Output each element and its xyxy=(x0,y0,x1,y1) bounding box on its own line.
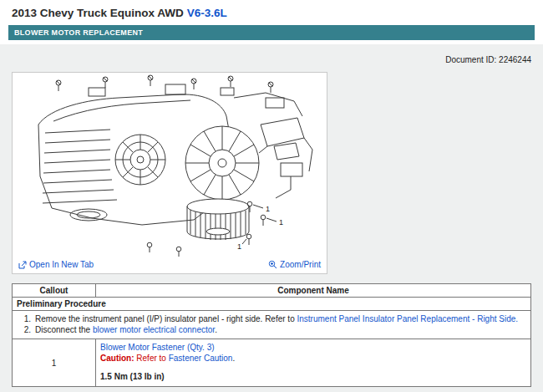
callout-number-cell: 1 xyxy=(13,339,96,387)
preliminary-procedure-title: Preliminary Procedure xyxy=(13,298,531,311)
step-number: 2. xyxy=(19,324,31,335)
document-id: Document ID: 2246244 xyxy=(0,44,543,72)
components-table: Callout Component Name Preliminary Proce… xyxy=(12,283,531,387)
blower-motor-fastener-link[interactable]: Blower Motor Fastener (Qty. 3) xyxy=(100,343,215,352)
component-column-header: Component Name xyxy=(96,284,531,298)
blower-motor-housing xyxy=(185,126,259,200)
component-row: 1 Blower Motor Fastener (Qty. 3) Caution… xyxy=(13,339,531,387)
caution-refer-text: Refer to xyxy=(134,354,169,363)
page-title: 2013 Chevy Truck Equinox AWDV6-3.6L xyxy=(12,7,531,19)
zoom-print-link[interactable]: Zoom/Print xyxy=(268,260,321,269)
preliminary-step-1: 1. Remove the instrument panel (I/P) ins… xyxy=(19,313,527,324)
figure-panel: 1 1 1 Open In New Tab Zoom/P xyxy=(12,72,327,274)
caution-label: Caution: xyxy=(100,354,134,363)
callout-label: 1 xyxy=(266,205,270,213)
table-header-row: Callout Component Name xyxy=(13,284,531,298)
step-text: Disconnect the blower motor electrical c… xyxy=(35,324,217,335)
service-manual-page: 2013 Chevy Truck Equinox AWDV6-3.6L BLOW… xyxy=(0,0,543,387)
open-in-new-tab-label: Open In New Tab xyxy=(29,260,94,269)
housing-ribs xyxy=(43,130,117,203)
engine-label: V6-3.6L xyxy=(187,7,227,19)
housing-dome xyxy=(115,135,165,185)
figure-footer: Open In New Tab Zoom/Print xyxy=(13,258,327,273)
blower-motor-connector-link[interactable]: blower motor electrical connector xyxy=(93,325,215,334)
step-text-suffix: . xyxy=(215,325,217,334)
magnifier-icon xyxy=(268,260,277,269)
step-text-body: Remove the instrument panel (I/P) insula… xyxy=(35,314,297,323)
page-header: 2013 Chevy Truck Equinox AWDV6-3.6L BLOW… xyxy=(0,0,543,44)
open-in-new-tab-icon xyxy=(18,261,27,269)
step-number: 1. xyxy=(19,313,31,324)
callout-label: 1 xyxy=(237,242,241,251)
callout-label: 1 xyxy=(279,218,283,227)
open-in-new-tab-link[interactable]: Open In New Tab xyxy=(18,260,94,269)
caution-period: . xyxy=(232,354,235,363)
blower-motor-diagram: 1 1 1 xyxy=(13,73,327,258)
torque-spec: 1.5 Nm (13 lb in) xyxy=(100,371,526,382)
component-name-cell: Blower Motor Fastener (Qty. 3) Caution: … xyxy=(96,339,531,387)
step-text: Remove the instrument panel (I/P) insula… xyxy=(35,313,518,324)
step-text-body: Disconnect the xyxy=(35,325,93,334)
vehicle-title: 2013 Chevy Truck Equinox AWD xyxy=(12,7,184,19)
preliminary-step-2: 2. Disconnect the blower motor electrica… xyxy=(19,324,527,335)
preliminary-steps-row: 1. Remove the instrument panel (I/P) ins… xyxy=(13,311,531,339)
ip-insulator-panel-link[interactable]: Instrument Panel Insulator Panel Replace… xyxy=(297,314,518,323)
diagram-linework xyxy=(38,75,312,257)
caution-line: Caution: Refer to Fastener Caution. xyxy=(100,353,526,364)
callout-labels: 1 1 1 xyxy=(237,205,283,251)
fastener-caution-link[interactable]: Fastener Caution xyxy=(169,354,233,363)
section-banner: BLOWER MOTOR REPLACEMENT xyxy=(8,25,535,40)
blower-wheel xyxy=(187,199,249,240)
connector-bracket xyxy=(259,118,312,198)
callout-column-header: Callout xyxy=(13,284,96,298)
preliminary-procedure-row: Preliminary Procedure xyxy=(13,298,531,311)
zoom-print-label: Zoom/Print xyxy=(280,260,321,269)
